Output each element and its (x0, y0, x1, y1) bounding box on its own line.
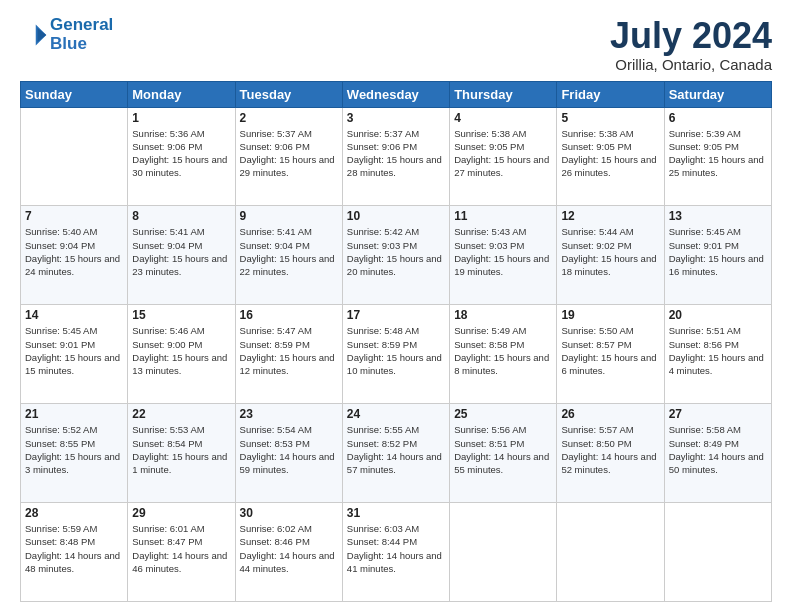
calendar-week-row: 21 Sunrise: 5:52 AM Sunset: 8:55 PM Dayl… (21, 404, 772, 503)
sunset-text: Sunset: 8:58 PM (454, 339, 524, 350)
daylight-text: Daylight: 15 hours and 16 minutes. (669, 253, 764, 277)
calendar-cell: 26 Sunrise: 5:57 AM Sunset: 8:50 PM Dayl… (557, 404, 664, 503)
calendar-cell: 23 Sunrise: 5:54 AM Sunset: 8:53 PM Dayl… (235, 404, 342, 503)
sunset-text: Sunset: 9:05 PM (561, 141, 631, 152)
sunset-text: Sunset: 8:46 PM (240, 536, 310, 547)
calendar-table: Sunday Monday Tuesday Wednesday Thursday… (20, 81, 772, 602)
calendar-cell: 30 Sunrise: 6:02 AM Sunset: 8:46 PM Dayl… (235, 503, 342, 602)
daylight-text: Daylight: 15 hours and 19 minutes. (454, 253, 549, 277)
calendar-cell (557, 503, 664, 602)
sunrise-text: Sunrise: 5:54 AM (240, 424, 312, 435)
day-number: 18 (454, 308, 552, 322)
calendar-cell: 11 Sunrise: 5:43 AM Sunset: 9:03 PM Dayl… (450, 206, 557, 305)
daylight-text: Daylight: 14 hours and 52 minutes. (561, 451, 656, 475)
sunrise-text: Sunrise: 5:46 AM (132, 325, 204, 336)
calendar-cell: 17 Sunrise: 5:48 AM Sunset: 8:59 PM Dayl… (342, 305, 449, 404)
col-tuesday: Tuesday (235, 81, 342, 107)
calendar-cell: 31 Sunrise: 6:03 AM Sunset: 8:44 PM Dayl… (342, 503, 449, 602)
calendar-cell: 29 Sunrise: 6:01 AM Sunset: 8:47 PM Dayl… (128, 503, 235, 602)
day-info: Sunrise: 5:45 AM Sunset: 9:01 PM Dayligh… (669, 225, 767, 278)
sunset-text: Sunset: 9:06 PM (132, 141, 202, 152)
main-title: July 2024 (610, 16, 772, 56)
daylight-text: Daylight: 14 hours and 55 minutes. (454, 451, 549, 475)
day-info: Sunrise: 5:56 AM Sunset: 8:51 PM Dayligh… (454, 423, 552, 476)
col-thursday: Thursday (450, 81, 557, 107)
day-info: Sunrise: 5:54 AM Sunset: 8:53 PM Dayligh… (240, 423, 338, 476)
sunrise-text: Sunrise: 6:01 AM (132, 523, 204, 534)
calendar-cell: 16 Sunrise: 5:47 AM Sunset: 8:59 PM Dayl… (235, 305, 342, 404)
day-info: Sunrise: 5:53 AM Sunset: 8:54 PM Dayligh… (132, 423, 230, 476)
sunrise-text: Sunrise: 5:38 AM (561, 128, 633, 139)
day-number: 8 (132, 209, 230, 223)
day-info: Sunrise: 5:38 AM Sunset: 9:05 PM Dayligh… (454, 127, 552, 180)
sunset-text: Sunset: 9:04 PM (132, 240, 202, 251)
sunrise-text: Sunrise: 5:49 AM (454, 325, 526, 336)
calendar-cell: 7 Sunrise: 5:40 AM Sunset: 9:04 PM Dayli… (21, 206, 128, 305)
day-info: Sunrise: 5:57 AM Sunset: 8:50 PM Dayligh… (561, 423, 659, 476)
day-number: 24 (347, 407, 445, 421)
day-info: Sunrise: 5:37 AM Sunset: 9:06 PM Dayligh… (347, 127, 445, 180)
daylight-text: Daylight: 15 hours and 4 minutes. (669, 352, 764, 376)
day-number: 30 (240, 506, 338, 520)
daylight-text: Daylight: 15 hours and 8 minutes. (454, 352, 549, 376)
day-number: 12 (561, 209, 659, 223)
daylight-text: Daylight: 15 hours and 27 minutes. (454, 154, 549, 178)
day-number: 10 (347, 209, 445, 223)
day-info: Sunrise: 5:48 AM Sunset: 8:59 PM Dayligh… (347, 324, 445, 377)
daylight-text: Daylight: 14 hours and 46 minutes. (132, 550, 227, 574)
sunrise-text: Sunrise: 5:39 AM (669, 128, 741, 139)
day-number: 25 (454, 407, 552, 421)
daylight-text: Daylight: 15 hours and 1 minute. (132, 451, 227, 475)
daylight-text: Daylight: 14 hours and 57 minutes. (347, 451, 442, 475)
day-number: 22 (132, 407, 230, 421)
calendar-cell: 25 Sunrise: 5:56 AM Sunset: 8:51 PM Dayl… (450, 404, 557, 503)
sunrise-text: Sunrise: 5:55 AM (347, 424, 419, 435)
sunrise-text: Sunrise: 6:03 AM (347, 523, 419, 534)
daylight-text: Daylight: 14 hours and 59 minutes. (240, 451, 335, 475)
sunset-text: Sunset: 8:56 PM (669, 339, 739, 350)
day-number: 1 (132, 111, 230, 125)
calendar-cell: 20 Sunrise: 5:51 AM Sunset: 8:56 PM Dayl… (664, 305, 771, 404)
day-info: Sunrise: 5:44 AM Sunset: 9:02 PM Dayligh… (561, 225, 659, 278)
day-number: 26 (561, 407, 659, 421)
sunrise-text: Sunrise: 5:42 AM (347, 226, 419, 237)
day-number: 7 (25, 209, 123, 223)
day-info: Sunrise: 6:01 AM Sunset: 8:47 PM Dayligh… (132, 522, 230, 575)
daylight-text: Daylight: 15 hours and 6 minutes. (561, 352, 656, 376)
sunset-text: Sunset: 9:06 PM (240, 141, 310, 152)
day-info: Sunrise: 5:59 AM Sunset: 8:48 PM Dayligh… (25, 522, 123, 575)
calendar-cell (21, 107, 128, 206)
calendar-cell: 18 Sunrise: 5:49 AM Sunset: 8:58 PM Dayl… (450, 305, 557, 404)
daylight-text: Daylight: 15 hours and 23 minutes. (132, 253, 227, 277)
day-number: 4 (454, 111, 552, 125)
sunrise-text: Sunrise: 5:40 AM (25, 226, 97, 237)
calendar-cell: 14 Sunrise: 5:45 AM Sunset: 9:01 PM Dayl… (21, 305, 128, 404)
calendar-cell: 2 Sunrise: 5:37 AM Sunset: 9:06 PM Dayli… (235, 107, 342, 206)
sunrise-text: Sunrise: 5:56 AM (454, 424, 526, 435)
day-info: Sunrise: 5:41 AM Sunset: 9:04 PM Dayligh… (240, 225, 338, 278)
logo-text: General Blue (50, 16, 113, 53)
header: General Blue July 2024 Orillia, Ontario,… (20, 16, 772, 73)
day-info: Sunrise: 5:49 AM Sunset: 8:58 PM Dayligh… (454, 324, 552, 377)
sunrise-text: Sunrise: 5:38 AM (454, 128, 526, 139)
sunrise-text: Sunrise: 5:52 AM (25, 424, 97, 435)
daylight-text: Daylight: 15 hours and 18 minutes. (561, 253, 656, 277)
sunset-text: Sunset: 8:59 PM (240, 339, 310, 350)
day-number: 5 (561, 111, 659, 125)
calendar-cell: 28 Sunrise: 5:59 AM Sunset: 8:48 PM Dayl… (21, 503, 128, 602)
page: General Blue July 2024 Orillia, Ontario,… (0, 0, 792, 612)
sunset-text: Sunset: 8:53 PM (240, 438, 310, 449)
day-number: 27 (669, 407, 767, 421)
calendar-cell: 1 Sunrise: 5:36 AM Sunset: 9:06 PM Dayli… (128, 107, 235, 206)
day-number: 9 (240, 209, 338, 223)
sunrise-text: Sunrise: 5:45 AM (25, 325, 97, 336)
sunset-text: Sunset: 9:03 PM (454, 240, 524, 251)
day-info: Sunrise: 5:50 AM Sunset: 8:57 PM Dayligh… (561, 324, 659, 377)
sunset-text: Sunset: 8:47 PM (132, 536, 202, 547)
sunset-text: Sunset: 8:48 PM (25, 536, 95, 547)
day-number: 14 (25, 308, 123, 322)
calendar-cell: 10 Sunrise: 5:42 AM Sunset: 9:03 PM Dayl… (342, 206, 449, 305)
sunrise-text: Sunrise: 5:41 AM (240, 226, 312, 237)
day-number: 11 (454, 209, 552, 223)
day-number: 2 (240, 111, 338, 125)
